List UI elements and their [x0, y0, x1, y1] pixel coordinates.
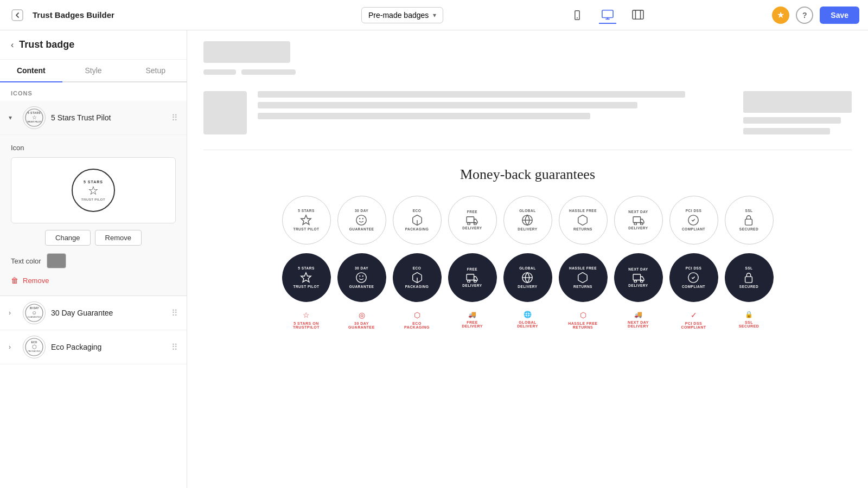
color-swatch[interactable] — [47, 253, 66, 268]
text-badge-30day: ◎ 30 DAYGUARANTEE — [337, 311, 386, 329]
help-button[interactable]: ? — [796, 7, 813, 24]
svg-point-22 — [356, 215, 366, 225]
sidebar: ‹ Trust badge Content Style Setup ICONS … — [0, 30, 187, 488]
svg-text:GUARANTEE: GUARANTEE — [28, 316, 41, 318]
truck-icon — [466, 215, 478, 225]
svg-rect-26 — [467, 217, 475, 223]
badge-top-eco: ECO — [413, 209, 422, 213]
badge-dark-inner-ssl: SSL SECURED — [739, 266, 758, 289]
badge-top-pci: PCI DSS — [686, 209, 702, 213]
sidebar-content: ICONS ▾ 5 STARS TRUST PILOT ☆ 5 Stars Tr… — [0, 82, 187, 488]
badge-dark-ssl: SSL SECURED — [725, 253, 774, 302]
icon-list-item-eco[interactable]: › ECO PACKAGING ⬡ Eco Packaging ⠿ — [0, 330, 187, 364]
badge-top-30day: 30 DAY — [355, 209, 368, 213]
star-icon — [300, 214, 312, 226]
text-badge-free: 🚚 FREEDELIVERY — [448, 311, 497, 329]
badge-bot-global: DELIVERY — [518, 227, 537, 232]
check-circle-icon — [687, 214, 699, 226]
badge-dark-bot-stars: TRUST PILOT — [293, 285, 319, 289]
icon-preview-star: ☆ — [88, 184, 99, 198]
chevron-right-icon: › — [9, 309, 17, 317]
sidebar-back-button[interactable]: ‹ — [11, 40, 14, 50]
icon-list-item-stars[interactable]: ▾ 5 STARS TRUST PILOT ☆ 5 Stars Trust Pi… — [0, 101, 187, 135]
badge-inner-global: GLOBAL DELIVERY — [518, 209, 537, 232]
tab-content[interactable]: Content — [0, 60, 62, 82]
svg-text:☆: ☆ — [32, 114, 37, 120]
stars-item-label: 5 Stars Trust Pilot — [51, 113, 166, 122]
preview-image-placeholder — [203, 91, 247, 134]
badge-dark-top-pci: PCI DSS — [686, 266, 702, 271]
eco-item-label: Eco Packaging — [51, 343, 166, 351]
star-badge-button[interactable]: ★ — [772, 7, 789, 24]
text-badge-pci-label: PCI DSSCOMPLIANT — [681, 322, 706, 329]
badge-bot-ssl: SECURED — [739, 227, 758, 232]
preview-side-skeleton — [743, 91, 852, 139]
svg-point-33 — [640, 223, 643, 226]
remove-row[interactable]: 🗑 Remove — [11, 276, 176, 285]
canvas: Money-back guarantees 5 STARS TRUST PILO… — [187, 30, 868, 488]
badge-dark-top-nextday: NEXT DAY — [628, 267, 648, 272]
stars-thumb: 5 STARS TRUST PILOT ☆ — [23, 106, 46, 129]
change-icon-button[interactable]: Change — [45, 230, 91, 246]
skeleton-line-c — [258, 113, 590, 119]
badge-top-hassle: HASSLE FREE — [569, 209, 597, 213]
icon-list-item-30day[interactable]: › 30 DAY GUARANTEE ☺ 30 Day Guarantee ⠿ — [0, 296, 187, 330]
text-badge-ssl-icon: 🔒 — [745, 311, 753, 318]
dark-nextday-truck-icon — [633, 273, 644, 282]
badge-bot-stars: TRUST PILOT — [293, 227, 319, 232]
remove-icon-button[interactable]: Remove — [95, 230, 142, 246]
topbar: Trust Badges Builder Pre-made badges ▾ — [0, 0, 868, 30]
badge-dark-inner-nextday: NEXT DAY DELIVERY — [628, 267, 648, 288]
tab-setup[interactable]: Setup — [124, 60, 187, 81]
icon-preview-box: 5 STARS ☆ TRUST PILOT — [11, 157, 176, 223]
svg-rect-6 — [633, 10, 643, 18]
text-badge-eco-label: ECOPACKAGING — [404, 322, 430, 329]
30day-item-label: 30 Day Guarantee — [51, 309, 166, 317]
svg-text:⬡: ⬡ — [32, 344, 37, 350]
svg-rect-41 — [467, 274, 475, 280]
svg-point-43 — [474, 280, 477, 283]
topbar-right: ★ ? Save — [772, 7, 859, 24]
svg-point-47 — [634, 280, 636, 283]
badge-inner-eco: ECO PACKAGING — [405, 209, 429, 232]
badge-top-stars: 5 STARS — [298, 209, 314, 213]
badge-dark-bot-30day: GUARANTEE — [349, 285, 374, 289]
icon-section-label: Icon — [11, 144, 176, 152]
badge-dark-bot-ssl: SECURED — [739, 285, 758, 289]
badge-outline-free: FREE DELIVERY — [448, 196, 497, 245]
badge-dark-top-30day: 30 DAY — [355, 266, 368, 271]
badges-outline-row: 5 STARS TRUST PILOT 30 DAY GUARANTEE ECO — [203, 196, 852, 245]
text-badge-free-label: FREEDELIVERY — [462, 320, 483, 328]
drag-handle-icon[interactable]: ⠿ — [171, 113, 178, 123]
expanded-panel-stars: Icon 5 STARS ☆ TRUST PILOT Change Remove… — [0, 135, 187, 296]
text-badge-ssl: 🔒 SSLSECURED — [725, 311, 774, 329]
text-color-row: Text color — [11, 253, 176, 268]
main-layout: ‹ Trust badge Content Style Setup ICONS … — [0, 30, 868, 488]
svg-point-37 — [356, 273, 366, 282]
badge-inner-ssl: SSL SECURED — [739, 209, 758, 232]
badge-dark-top-ssl: SSL — [745, 266, 752, 271]
dropdown-label: Pre-made badges — [368, 11, 429, 20]
svg-point-28 — [474, 223, 477, 226]
badge-inner-free: FREE DELIVERY — [462, 210, 482, 230]
icon-preview-top-text: 5 STARS — [84, 180, 103, 184]
mobile-view-button[interactable] — [569, 7, 586, 24]
back-button[interactable] — [9, 7, 26, 24]
svg-text:☺: ☺ — [31, 310, 37, 316]
save-button[interactable]: Save — [820, 7, 859, 24]
svg-text:PACKAGING: PACKAGING — [28, 350, 41, 352]
globe-icon — [521, 214, 533, 226]
svg-rect-35 — [745, 219, 752, 225]
drag-handle-eco-icon[interactable]: ⠿ — [171, 342, 178, 352]
desktop-view-button[interactable] — [599, 7, 616, 24]
svg-text:TRUST PILOT: TRUST PILOT — [27, 120, 42, 123]
badge-bot-eco: PACKAGING — [405, 227, 429, 232]
tab-style[interactable]: Style — [62, 60, 125, 81]
expand-view-button[interactable] — [629, 7, 647, 24]
dark-globe-icon — [521, 272, 533, 284]
premade-badges-dropdown[interactable]: Pre-made badges ▾ — [361, 7, 443, 23]
badge-dark-stars: 5 STARS TRUST PILOT — [282, 253, 331, 302]
drag-handle-30day-icon[interactable]: ⠿ — [171, 308, 178, 318]
badge-dark-inner-eco: ECO PACKAGING — [405, 266, 429, 289]
preview-header-skeleton — [203, 41, 852, 75]
